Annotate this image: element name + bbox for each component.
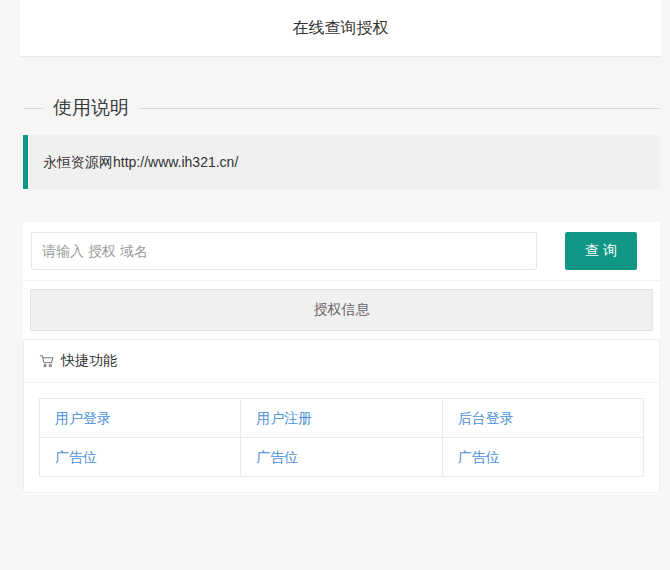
site-url-quote: 永恒资源网http://www.ih321.cn/ bbox=[23, 135, 660, 189]
link-ad-slot-2[interactable]: 广告位 bbox=[256, 449, 298, 465]
quick-links-table: 用户登录 用户注册 后台登录 广告位 广告位 广告位 bbox=[39, 398, 644, 477]
table-row: 广告位 广告位 广告位 bbox=[40, 438, 644, 477]
link-user-login[interactable]: 用户登录 bbox=[55, 410, 111, 426]
query-section: 查 询 授权信息 快捷功能 用户登录 bbox=[23, 222, 660, 494]
main-content: 使用说明 永恒资源网http://www.ih321.cn/ 查 询 授权信息 … bbox=[23, 95, 660, 494]
quick-function-panel: 快捷功能 用户登录 用户注册 后台登录 广告位 广告位 广告位 bbox=[23, 339, 660, 493]
page-title-bar: 在线查询授权 bbox=[20, 0, 661, 57]
quick-function-body: 用户登录 用户注册 后台登录 广告位 广告位 广告位 bbox=[24, 383, 659, 492]
table-row: 用户登录 用户注册 后台登录 bbox=[40, 399, 644, 438]
quick-function-header: 快捷功能 bbox=[24, 340, 659, 383]
query-form: 查 询 bbox=[23, 222, 660, 281]
cart-icon bbox=[39, 353, 55, 369]
link-admin-login[interactable]: 后台登录 bbox=[458, 410, 514, 426]
site-url-text: 永恒资源网http://www.ih321.cn/ bbox=[43, 154, 238, 170]
link-ad-slot-1[interactable]: 广告位 bbox=[55, 449, 97, 465]
domain-input[interactable] bbox=[31, 232, 537, 270]
auth-info-bar: 授权信息 bbox=[30, 289, 653, 331]
page-title: 在线查询授权 bbox=[293, 18, 389, 39]
link-user-register[interactable]: 用户注册 bbox=[256, 410, 312, 426]
usage-section-divider: 使用说明 bbox=[23, 95, 660, 121]
query-button[interactable]: 查 询 bbox=[565, 232, 637, 270]
quick-function-title: 快捷功能 bbox=[61, 352, 117, 370]
usage-section-title: 使用说明 bbox=[43, 95, 139, 121]
link-ad-slot-3[interactable]: 广告位 bbox=[458, 449, 500, 465]
